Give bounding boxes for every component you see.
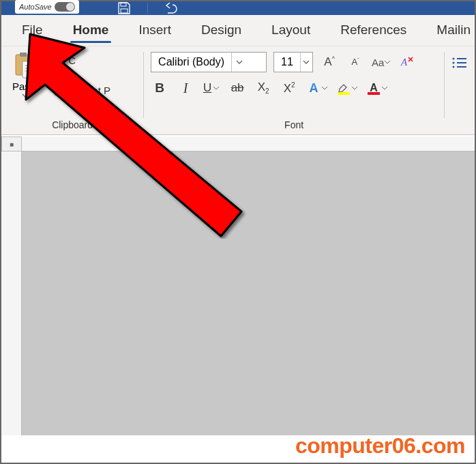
svg-rect-4	[23, 61, 35, 78]
svg-point-8	[50, 61, 55, 66]
chevron-down-icon	[351, 85, 358, 91]
tab-home[interactable]: Home	[58, 17, 124, 44]
superscript-button[interactable]: X2	[280, 79, 298, 97]
clear-formatting-button[interactable]: A	[398, 53, 417, 72]
svg-point-15	[452, 62, 454, 64]
ribbon: Paste C	[1, 46, 475, 135]
paste-icon	[13, 52, 38, 79]
ribbon-tabs: File Home Insert Design Layout Reference…	[1, 15, 475, 46]
svg-rect-11	[55, 89, 57, 96]
group-clipboard-label: Clipboard	[8, 118, 136, 133]
svg-rect-1	[121, 9, 128, 13]
bullets-icon	[451, 57, 468, 69]
highlight-icon	[336, 81, 351, 96]
underline-button[interactable]: U	[203, 79, 220, 97]
svg-point-9	[57, 61, 61, 66]
shrink-font-icon: Aˇ	[351, 57, 359, 67]
group-font: Calibri (Body) 11 A^	[144, 46, 444, 134]
save-icon[interactable]	[117, 2, 131, 14]
autosave-toggle[interactable]: AutoSave	[15, 0, 79, 14]
format-painter-button[interactable]: Format P	[49, 83, 110, 97]
vertical-ruler[interactable]	[1, 151, 22, 435]
watermark-text: computer06.com	[295, 433, 465, 459]
chevron-down-icon	[384, 59, 391, 66]
group-clipboard: Paste C	[1, 46, 143, 134]
strikethrough-button[interactable]: ab	[228, 79, 246, 97]
font-size-value: 11	[274, 56, 300, 68]
cut-label: C	[68, 55, 76, 66]
chevron-down-icon	[231, 53, 246, 72]
change-case-button[interactable]: Aa	[372, 53, 391, 72]
undo-icon[interactable]	[164, 3, 178, 14]
ruler-corner: ■	[1, 136, 22, 151]
tab-layout[interactable]: Layout	[256, 17, 325, 44]
chevron-down-icon	[213, 85, 220, 91]
group-paragraph	[445, 46, 475, 134]
highlight-button[interactable]	[336, 81, 358, 96]
tab-design[interactable]: Design	[186, 17, 256, 44]
font-size-dropdown[interactable]: 11	[273, 52, 313, 72]
svg-rect-10	[53, 85, 59, 89]
tab-insert[interactable]: Insert	[123, 17, 186, 44]
svg-point-17	[452, 66, 454, 68]
grow-font-icon: A^	[324, 55, 335, 69]
svg-rect-0	[121, 3, 126, 6]
underline-label: U	[203, 81, 211, 95]
subscript-label: X2	[258, 81, 269, 95]
superscript-label: X2	[284, 81, 295, 96]
toggle-off-icon	[55, 2, 75, 12]
text-effects-button[interactable]: A	[306, 81, 328, 96]
quick-access-toolbar	[117, 1, 178, 15]
svg-point-13	[452, 58, 454, 60]
bold-button[interactable]: B	[151, 79, 168, 97]
chevron-down-icon	[321, 85, 328, 91]
chevron-down-icon	[300, 53, 312, 72]
paintbrush-icon	[49, 83, 63, 97]
paste-label: Paste	[12, 81, 38, 92]
paste-button[interactable]: Paste	[8, 50, 42, 100]
document-area[interactable]: ■	[1, 136, 475, 435]
grow-font-button[interactable]: A^	[320, 53, 339, 72]
tab-mailings[interactable]: Mailin	[421, 17, 476, 44]
chevron-down-icon	[381, 85, 388, 91]
svg-text:A: A	[400, 57, 408, 68]
qat-separator	[147, 3, 148, 14]
font-color-icon: A	[366, 81, 381, 96]
shrink-font-button[interactable]: Aˇ	[346, 53, 365, 72]
format-painter-label: Format P	[68, 85, 110, 96]
font-family-value: Calibri (Body)	[151, 56, 231, 68]
font-family-dropdown[interactable]: Calibri (Body)	[151, 52, 267, 72]
italic-button[interactable]: I	[177, 79, 194, 97]
title-bar: AutoSave	[1, 1, 475, 15]
tab-references[interactable]: References	[325, 17, 421, 44]
chevron-down-icon	[22, 93, 29, 99]
change-case-label: Aa	[372, 57, 384, 68]
text-effects-icon: A	[306, 81, 321, 96]
horizontal-ruler[interactable]	[22, 136, 475, 151]
clear-formatting-icon: A	[400, 55, 415, 69]
cut-button[interactable]: C	[49, 53, 110, 67]
autosave-label: AutoSave	[19, 3, 52, 11]
svg-rect-3	[20, 53, 27, 57]
scissors-icon	[49, 53, 63, 67]
group-font-label: Font	[151, 118, 437, 133]
tab-file[interactable]: File	[7, 17, 58, 44]
bullets-button[interactable]	[450, 53, 469, 72]
subscript-button[interactable]: X2	[254, 79, 272, 97]
font-color-button[interactable]: A	[366, 81, 388, 96]
